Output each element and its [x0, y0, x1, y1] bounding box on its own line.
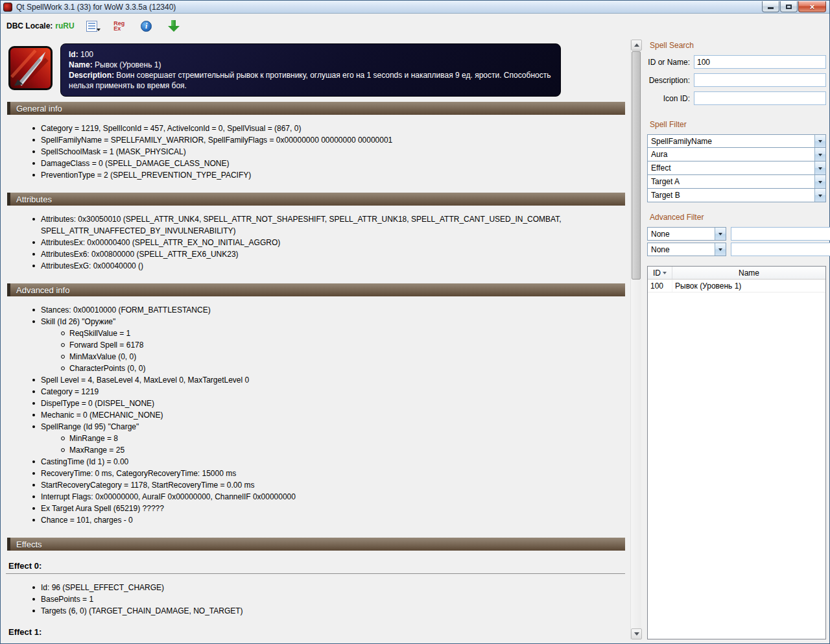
- advanced-filter-row: None: [647, 243, 826, 256]
- info-icon: i: [141, 21, 152, 32]
- list-item: MinRange = 8: [41, 433, 626, 444]
- title-bar[interactable]: Qt SpellWork 3.1 (33) for WoW 3.3.5a (12…: [1, 1, 829, 14]
- spell-id-label: Id:: [69, 50, 78, 59]
- list-item: SpellRange (Id 95) "Charge" MinRange = 8…: [6, 421, 626, 456]
- advanced-info-list: Stances: 0x00010000 (FORM_BATTLESTANCE) …: [6, 304, 626, 526]
- column-header-name[interactable]: Name: [672, 267, 825, 279]
- chevron-down-icon[interactable]: [715, 243, 726, 256]
- list-item: AttributesEx6: 0x00800000 (SPELL_ATTR_EX…: [6, 248, 626, 260]
- minimize-button[interactable]: [762, 1, 779, 12]
- scrollbar-thumb[interactable]: [632, 51, 641, 280]
- list-item: AttributesEx: 0x00000400 (SPELL_ATTR_EX_…: [6, 237, 626, 248]
- dbc-locale-label: DBC Locale:: [6, 21, 53, 30]
- chevron-down-icon[interactable]: [814, 148, 825, 161]
- window-title: Qt SpellWork 3.1 (33) for WoW 3.3.5a (12…: [16, 3, 176, 12]
- section-attributes: Attributes: [7, 193, 625, 206]
- advanced-filter-row: None: [647, 227, 826, 241]
- list-item: DamageClass = 0 (SPELL_DAMAGE_CLASS_NONE…: [6, 158, 626, 169]
- about-button[interactable]: i: [137, 17, 156, 35]
- spell-name-label: Name:: [69, 60, 93, 69]
- list-item: MinMaxValue (0, 0): [41, 351, 626, 363]
- list-item: Stances: 0x00010000 (FORM_BATTLESTANCE): [6, 304, 626, 316]
- advanced-filter-input-1[interactable]: [731, 227, 830, 241]
- section-advanced-info: Advanced info: [7, 283, 625, 296]
- advanced-filter-combo-2[interactable]: None: [647, 243, 726, 256]
- list-item: Spell Level = 4, BaseLevel 4, MaxLevel 0…: [6, 374, 626, 386]
- table-row[interactable]: 100 Рывок (Уровень 1): [648, 280, 825, 292]
- combo-value: Target A: [651, 177, 680, 186]
- list-item: Attributes: 0x30050010 (SPELL_ATTR_UNK4,…: [6, 213, 626, 237]
- content-scrollbar[interactable]: [630, 40, 641, 639]
- chevron-down-icon: [634, 632, 639, 638]
- description-input[interactable]: [694, 73, 826, 87]
- combo-value: Effect: [651, 163, 670, 173]
- chevron-down-icon[interactable]: [715, 228, 726, 240]
- list-item: Skill (Id 26) "Оружие" ReqSkillValue = 1…: [6, 316, 626, 374]
- combo-value: None: [651, 230, 670, 239]
- advanced-filter-input-2[interactable]: [731, 243, 830, 256]
- icon-id-input[interactable]: [694, 91, 826, 105]
- row-name-cell: Рывок (Уровень 1): [672, 281, 825, 291]
- target-a-combo[interactable]: Target A: [647, 175, 826, 189]
- list-item: ReqSkillValue = 1: [41, 328, 626, 339]
- search-panel: Spell Search ID or Name: Description: Ic…: [647, 40, 826, 639]
- list-item: CharacterPoints (0, 0): [41, 363, 626, 374]
- list-item: DispelType = 0 (DISPEL_NONE): [6, 398, 626, 409]
- list-item: Interrupt Flags: 0x00000000, AuraIF 0x00…: [6, 491, 626, 503]
- list-item: Targets (6, 0) (TARGET_CHAIN_DAMAGE, NO_…: [6, 605, 626, 617]
- spell-desc-label: Description:: [69, 71, 114, 80]
- list-item: MaxRange = 25: [41, 444, 626, 456]
- list-item: Ex Target Aura Spell (65219) ?????: [6, 503, 626, 514]
- range-sublist: MinRange = 8 MaxRange = 25: [41, 433, 626, 456]
- aura-combo[interactable]: Aura: [647, 148, 826, 161]
- column-header-id[interactable]: ID: [648, 267, 672, 279]
- results-table: ID Name 100 Рывок (Уровень 1): [647, 266, 826, 639]
- combo-value: None: [651, 245, 670, 254]
- maximize-button[interactable]: [780, 1, 798, 12]
- close-icon: ×: [810, 3, 815, 11]
- spell-name-value: Рывок (Уровень 1): [95, 60, 161, 69]
- scroll-up-button[interactable]: [631, 40, 642, 51]
- list-item: Chance = 101, charges - 0: [6, 514, 626, 526]
- description-label: Description:: [647, 76, 690, 85]
- general-info-list: Category = 1219, SpellIconId = 457, Acti…: [6, 123, 626, 181]
- minimize-icon: [768, 7, 774, 9]
- spell-id-value: 100: [80, 50, 93, 59]
- effect-0-list: Id: 96 (SPELL_EFFECT_CHARGE) BasePoints …: [6, 582, 626, 617]
- spell-icon: [8, 46, 53, 90]
- combo-value: Target B: [651, 191, 680, 200]
- spell-info-view[interactable]: Id: 100 Name: Рывок (Уровень 1) Descript…: [6, 40, 626, 639]
- spell-search-heading: Spell Search: [650, 41, 826, 50]
- section-effects: Effects: [7, 538, 625, 551]
- combo-value: Aura: [651, 150, 667, 159]
- app-icon: [3, 3, 12, 12]
- effect-combo[interactable]: Effect: [647, 161, 826, 175]
- dbc-settings-button[interactable]: [82, 17, 102, 35]
- spellfamily-combo[interactable]: SpellFamilyName: [647, 134, 826, 148]
- chevron-down-icon[interactable]: [814, 135, 825, 147]
- chevron-down-icon[interactable]: [814, 161, 825, 174]
- advanced-filter-combo-1[interactable]: None: [647, 227, 726, 241]
- close-button[interactable]: ×: [798, 1, 826, 12]
- results-empty-area: [648, 292, 825, 639]
- skill-sublist: ReqSkillValue = 1 Forward Spell = 6178 M…: [41, 328, 626, 374]
- id-or-name-label: ID or Name:: [647, 58, 690, 67]
- advanced-filter-heading: Advanced Filter: [650, 213, 826, 222]
- spell-filter-heading: Spell Filter: [650, 120, 826, 129]
- scroll-down-button[interactable]: [631, 628, 642, 639]
- list-item: Id: 96 (SPELL_EFFECT_CHARGE): [6, 582, 626, 593]
- main-toolbar: DBC Locale: ruRU Reg Ex i: [1, 14, 829, 38]
- regex-toggle-button[interactable]: Reg Ex: [110, 17, 129, 35]
- target-b-combo[interactable]: Target B: [647, 189, 826, 202]
- download-button[interactable]: [164, 17, 184, 35]
- chevron-down-icon[interactable]: [814, 175, 825, 188]
- chevron-up-icon: [634, 41, 639, 47]
- id-or-name-row: ID or Name:: [647, 55, 826, 69]
- list-item: CastingTime (Id 1) = 0.00: [6, 456, 626, 468]
- maximize-icon: [786, 5, 792, 9]
- id-or-name-input[interactable]: [694, 55, 826, 69]
- chevron-down-icon[interactable]: [814, 189, 825, 202]
- list-item: Category = 1219, SpellIconId = 457, Acti…: [6, 123, 626, 134]
- list-item: BasePoints = 1: [6, 593, 626, 605]
- chevron-down-icon: [97, 29, 101, 33]
